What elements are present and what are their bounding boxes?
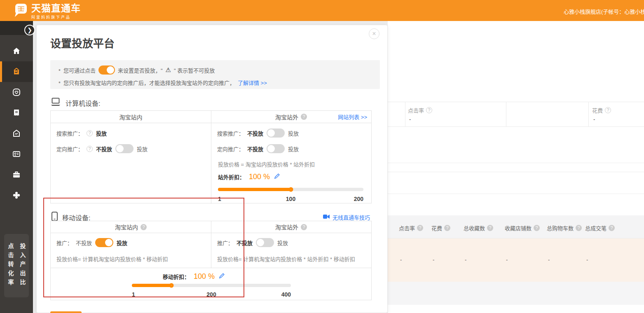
mobile-discount-value: 100 % (194, 272, 215, 281)
example-toggle[interactable] (98, 65, 115, 75)
metric-roi: 投入产出比 (19, 243, 27, 297)
website-list-link[interactable]: 网站列表 >> (338, 113, 367, 121)
metric-click-conversion: 点击转化率 (7, 243, 15, 297)
computer-section-title: 计算机设备: (66, 98, 100, 108)
mobile-out-formula: 投放价格= 计算机淘宝站内投放价格 * 站外折扣 * 移动折扣 (217, 255, 355, 263)
tick-mid: 100 (286, 196, 295, 202)
toggle-knob (105, 239, 112, 246)
computer-in-site-header: 淘宝站内 (51, 111, 211, 123)
learn-more-link[interactable]: 了解详情 >> (238, 79, 267, 86)
video-camera-icon (323, 214, 330, 220)
tip-line-1: • 您可通过点击 来设置是否投放，" ⚠ " 表示暂不可投放 (59, 65, 215, 75)
sidebar-item-report[interactable] (0, 103, 33, 123)
warning-icon: ⚠ (166, 66, 171, 74)
help-icon[interactable]: ? (534, 225, 540, 231)
mobile-out-promo-toggle[interactable] (256, 238, 274, 247)
help-icon[interactable]: ? (576, 225, 582, 231)
cell-value: - (506, 257, 508, 263)
app-subtitle: 阿里妈妈旗下产品 (31, 14, 81, 20)
id-card-icon (12, 149, 21, 159)
mobile-table: 淘宝站内 ? 淘宝站外 ? 推广： 不投放 投放 投放价格= 计算机淘宝站内投放… (50, 221, 372, 300)
account-name[interactable]: 心雅小栈旗舰店(子帐号：心雅小栈 (564, 7, 644, 15)
sidebar-item-account-card[interactable] (0, 144, 33, 164)
tick-min: 1 (132, 291, 135, 298)
submit-button[interactable] (50, 311, 82, 313)
col-shop-favorites: 收藏店铺数? (505, 224, 540, 232)
mobile-in-promo-toggle[interactable] (95, 238, 113, 247)
help-icon[interactable]: ? (605, 107, 611, 113)
help-icon[interactable]: ? (444, 225, 450, 231)
cell-value: - (465, 257, 466, 263)
kpi-row (388, 102, 644, 127)
slider-thumb[interactable] (169, 283, 173, 288)
laptop-icon (50, 98, 61, 108)
wireless-tips-link[interactable]: 无线直通车技巧 (323, 213, 370, 221)
computer-price-formula: 投放价格 = 淘宝站内投放价格 * 站外折扣 (218, 160, 315, 168)
col-deals: 总成交笔? (585, 224, 615, 232)
kpi-divider (506, 102, 506, 127)
help-icon[interactable]: ? (87, 130, 93, 136)
tick-max: 400 (281, 291, 291, 298)
edit-pencil-icon[interactable] (274, 173, 280, 181)
close-icon[interactable]: × (369, 28, 379, 39)
edit-pencil-icon[interactable] (219, 273, 225, 280)
tip1-text: " 表示暂不可投放 (174, 66, 215, 74)
sidebar-item-apps[interactable] (0, 185, 33, 206)
cell-value: - (586, 257, 588, 263)
computer-in-target-toggle[interactable] (115, 144, 133, 153)
computer-out-target-toggle[interactable] (267, 144, 285, 153)
dashboard-background: 点击率 ? - 花费 ? - 点击率? 花费? 总收藏数? 收藏店铺数? 总购物… (388, 21, 644, 313)
toggle-knob (267, 129, 275, 137)
offsite-slider-ticks: 1 100 200 (218, 196, 363, 202)
computer-section-header: 计算机设备: (50, 98, 100, 108)
campaign-icon (12, 67, 21, 77)
computer-out-site-header: 淘宝站外 ? 网站列表 >> (211, 111, 371, 123)
help-icon[interactable]: ? (487, 225, 493, 231)
help-icon[interactable]: ? (141, 224, 147, 230)
computer-out-search-toggle[interactable] (267, 128, 285, 138)
computer-table: 淘宝站内 淘宝站外 ? 网站列表 >> 搜索推广： ? 投放 定向推广： ? 不… (50, 110, 372, 203)
help-icon[interactable]: ? (87, 146, 93, 152)
sidebar-collapse-button[interactable]: ❯ (24, 25, 35, 35)
divider-line (388, 163, 644, 163)
kpi-divider (405, 102, 405, 127)
top-header-bar: 天猫直通车 阿里妈妈旗下产品 心雅小栈旗舰店(子帐号：心雅小栈 (0, 0, 644, 21)
computer-in-search-row: 搜索推广： ? 投放 (56, 128, 107, 138)
mobile-in-promo-row: 推广： 不投放 投放 (56, 238, 127, 248)
offsite-discount-value: 100 % (249, 173, 270, 181)
mobile-slider-ticks: 1 200 400 (132, 291, 291, 298)
set-platform-modal: × 设置投放平台 • 您可通过点击 来设置是否投放，" ⚠ " 表示暂不可投放 … (36, 25, 388, 313)
tip1-text: 您可通过点击 (63, 66, 96, 74)
sidebar-item-home[interactable] (0, 41, 33, 61)
computer-out-search-row: 搜索推广： 不投放 投放 (217, 128, 299, 138)
mobile-discount-slider[interactable] (132, 284, 291, 287)
offsite-discount-label: 站外折扣： (218, 173, 245, 181)
mobile-in-formula: 投放价格= 计算机淘宝站内投放价格 * 移动折扣 (56, 255, 168, 263)
slider-thumb[interactable] (288, 187, 293, 192)
train-logo-icon (12, 3, 28, 20)
help-icon[interactable]: ? (417, 225, 423, 231)
cell-value: - (433, 257, 434, 263)
sidebar-item-favorites[interactable] (0, 82, 33, 103)
slider-fill (218, 188, 291, 191)
toggle-knob (116, 145, 124, 152)
mobile-out-site-header: 淘宝站外 ? (211, 221, 371, 233)
sidebar-item-toolbox[interactable] (0, 164, 33, 185)
cell-value: - (548, 257, 550, 263)
help-icon[interactable]: ? (609, 225, 615, 231)
mobile-discount-label: 移动折扣： (163, 273, 190, 280)
slider-fill (132, 284, 171, 287)
kpi-ctr-label: 点击率 ? (408, 106, 432, 114)
offsite-discount-slider[interactable] (218, 188, 363, 191)
bullet-icon: • (59, 79, 61, 86)
col-cost: 花费? (431, 224, 450, 232)
modal-title: 设置投放平台 (50, 35, 115, 50)
help-icon[interactable]: ? (426, 107, 432, 113)
help-icon[interactable]: ? (301, 224, 307, 230)
computer-out-target-row: 定向推广： 不投放 投放 (217, 144, 299, 154)
sidebar-item-campaign[interactable] (0, 61, 33, 82)
sidebar-item-creative[interactable] (0, 123, 33, 144)
apps-icon (12, 190, 21, 200)
help-icon[interactable]: ? (301, 114, 307, 120)
offsite-discount-row: 站外折扣： 100 % (218, 172, 280, 182)
